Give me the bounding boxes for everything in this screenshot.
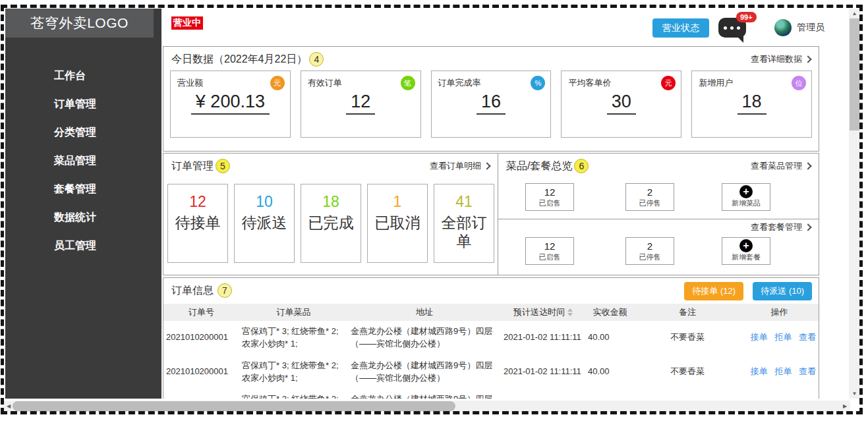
scroll-down-arrow-icon[interactable]: ▼: [849, 389, 860, 399]
today-stat-cards: 营业额 元 ¥ 200.13 有效订单 笔 12 订单完成率 % 16 平均客单…: [163, 69, 819, 138]
chevron-right-icon: [483, 162, 490, 169]
reject-order-link[interactable]: 拒单: [774, 366, 792, 376]
dishes-cell: 宫保鸡丁* 3; 红烧带鱼* 2; 农家小炒肉* 1;: [239, 355, 348, 389]
view-order-link[interactable]: 查看: [799, 332, 816, 342]
sidebar-item-orders[interactable]: 订单管理: [5, 90, 161, 118]
horizontal-scrollbar-thumb[interactable]: [13, 401, 455, 411]
step-badge-7: 7: [217, 283, 232, 298]
user-name: 管理员: [797, 22, 825, 34]
unit-badge-percent: %: [531, 76, 545, 90]
unit-badge-yuan: 元: [270, 76, 285, 90]
stat-value: 18: [738, 92, 767, 115]
remark-cell: 不要香菜: [635, 355, 740, 389]
view-detail-data-link[interactable]: 查看详细数据: [751, 53, 811, 65]
stat-value: ¥ 200.13: [191, 92, 270, 115]
table-header-row: 订单号 订单菜品 地址 预计送达时间 实收金额 备注 操作: [163, 304, 819, 321]
unit-badge-users: 位: [792, 76, 806, 90]
view-combo-mgmt-link[interactable]: 查看套餐管理: [751, 221, 811, 233]
sidebar-item-categories[interactable]: 分类管理: [5, 118, 161, 146]
order-no-cell: 2021010200001: [163, 321, 239, 355]
stat-card-revenue: 营业额 元 ¥ 200.13: [170, 70, 291, 138]
combo-on-sale-box[interactable]: 12 已启售: [525, 237, 574, 265]
col-order-no: 订单号: [163, 304, 239, 321]
stat-card-new-users: 新增用户 位 18: [691, 70, 812, 138]
add-dish-button[interactable]: + 新增菜品: [722, 183, 770, 211]
order-no-cell: 2021010200001: [163, 355, 239, 389]
order-info-title: 订单信息7: [171, 283, 232, 298]
sidebar-item-dishes[interactable]: 菜品管理: [5, 146, 161, 175]
dish-combo-overview-section: 菜品/套餐总览 6 查看菜品管理 12 已启售 2 已停售 + 新增菜品: [498, 154, 819, 275]
pending-dispatch-filter-button[interactable]: 待派送 (10): [753, 282, 812, 300]
dishes-cell: 宫保鸡丁* 3; 红烧带鱼* 2; 农家小炒肉* 1;: [239, 321, 348, 355]
overview-row: 订单管理 5 查看订单明细 12 待接单 10 待派送 18: [163, 153, 819, 275]
table-row: 2021010200001 宫保鸡丁* 3; 红烧带鱼* 2; 农家小炒肉* 1…: [163, 355, 819, 389]
order-management-section: 订单管理 5 查看订单明细 12 待接单 10 待派送 18: [163, 154, 498, 275]
unit-badge-yuan-red: 元: [661, 76, 676, 90]
today-panel-title: 今日数据（2022年4月22日）: [171, 53, 307, 67]
order-info-panel: 订单信息7 待接单 (12) 待派送 (10) 订单号 订单菜品 地址 预计送达…: [163, 277, 819, 399]
time-cell: 2021-01-02 11:11:11: [501, 321, 585, 355]
add-combo-button[interactable]: + 新增套餐: [722, 237, 770, 265]
business-open-badge: 营业中: [171, 16, 203, 30]
sidebar-item-employees[interactable]: 员工管理: [5, 231, 161, 260]
col-delivery-time[interactable]: 预计送达时间: [501, 304, 585, 321]
chevron-right-icon: [804, 223, 811, 231]
plus-icon: +: [739, 239, 753, 252]
time-cell: 2021-01-02 11:11:11: [501, 355, 585, 389]
accept-order-link[interactable]: 接单: [751, 366, 768, 376]
scroll-right-arrow-icon[interactable]: ▶: [840, 401, 850, 412]
remark-cell: 不要香菜: [635, 389, 740, 399]
address-cell: 金燕龙办公楼（建材城西路9号）四层（——宾馆北侧办公楼）: [348, 321, 501, 355]
chevron-right-icon: [804, 162, 811, 169]
today-data-panel: 今日数据（2022年4月22日） 4 查看详细数据 营业额 元 ¥ 200.13…: [163, 46, 819, 152]
sidebar: 苍穹外卖LOGO 工作台 订单管理 分类管理 菜品管理 套餐管理 数据统计 员工…: [5, 9, 161, 399]
view-dish-mgmt-link[interactable]: 查看菜品管理: [751, 160, 811, 172]
dishes-cell: 宫保鸡丁* 3; 红烧带鱼* 2; 农家小炒肉* 1;: [239, 389, 348, 399]
col-remark: 备注: [635, 304, 740, 321]
col-actions: 操作: [740, 304, 819, 321]
view-order-detail-link[interactable]: 查看订单明细: [430, 160, 490, 172]
stat-card-completion-rate: 订单完成率 % 16: [431, 70, 552, 138]
sort-icon[interactable]: [567, 308, 573, 316]
step-badge-4: 4: [309, 52, 324, 67]
sidebar-item-workbench[interactable]: 工作台: [5, 61, 161, 90]
vertical-scrollbar[interactable]: ▲ ▼: [849, 9, 860, 399]
order-card-pending-accept[interactable]: 12 待接单: [167, 184, 228, 263]
vertical-scrollbar-thumb[interactable]: [850, 18, 859, 130]
combo-off-sale-box[interactable]: 2 已停售: [625, 237, 674, 265]
reject-order-link[interactable]: 拒单: [774, 332, 792, 342]
amount-cell: 40.00: [585, 389, 635, 399]
time-cell: 2021-01-02 11:11:11: [501, 389, 585, 399]
order-status-cards: 12 待接单 10 待派送 18 已完成 1 已取消: [167, 184, 494, 263]
pending-accept-filter-button[interactable]: 待接单 (12): [684, 282, 743, 300]
table-row: 2021010200001 宫保鸡丁* 3; 红烧带鱼* 2; 农家小炒肉* 1…: [163, 389, 819, 399]
order-card-completed[interactable]: 18 已完成: [301, 184, 361, 263]
step-badge-5: 5: [216, 159, 230, 173]
top-bar: 营业中 营业状态 99+ 管理员: [161, 9, 849, 46]
app-canvas: 苍穹外卖LOGO 工作台 订单管理 分类管理 菜品管理 套餐管理 数据统计 员工…: [0, 0, 868, 421]
horizontal-scrollbar[interactable]: ◀ ▶: [3, 401, 850, 412]
sidebar-item-statistics[interactable]: 数据统计: [5, 203, 161, 231]
remark-cell: 不要香菜: [635, 321, 740, 355]
scroll-up-arrow-icon[interactable]: ▲: [849, 9, 860, 18]
order-no-cell: 2021010200001: [163, 389, 239, 399]
order-card-pending-dispatch[interactable]: 10 待派送: [234, 184, 295, 263]
stat-card-valid-orders: 有效订单 笔 12: [301, 70, 421, 138]
plus-icon: +: [739, 185, 753, 198]
dish-off-sale-box[interactable]: 2 已停售: [625, 183, 674, 211]
business-status-button[interactable]: 营业状态: [652, 18, 709, 38]
dish-on-sale-box[interactable]: 12 已启售: [525, 183, 574, 211]
table-row: 2021010200001 宫保鸡丁* 3; 红烧带鱼* 2; 农家小炒肉* 1…: [163, 321, 819, 355]
amount-cell: 40.00: [585, 321, 635, 355]
dish-overview-title: 菜品/套餐总览: [506, 159, 572, 173]
col-dishes: 订单菜品: [239, 304, 348, 321]
accept-order-link[interactable]: 接单: [751, 332, 768, 342]
order-card-cancelled[interactable]: 1 已取消: [367, 184, 428, 263]
section-divider: [498, 219, 819, 219]
order-card-all[interactable]: 41 全部订单: [434, 184, 494, 263]
notification-count-badge: 99+: [736, 12, 757, 22]
sidebar-item-combos[interactable]: 套餐管理: [5, 175, 161, 203]
avatar[interactable]: [774, 19, 792, 36]
view-order-link[interactable]: 查看: [799, 366, 816, 376]
amount-cell: 40.00: [585, 355, 635, 389]
